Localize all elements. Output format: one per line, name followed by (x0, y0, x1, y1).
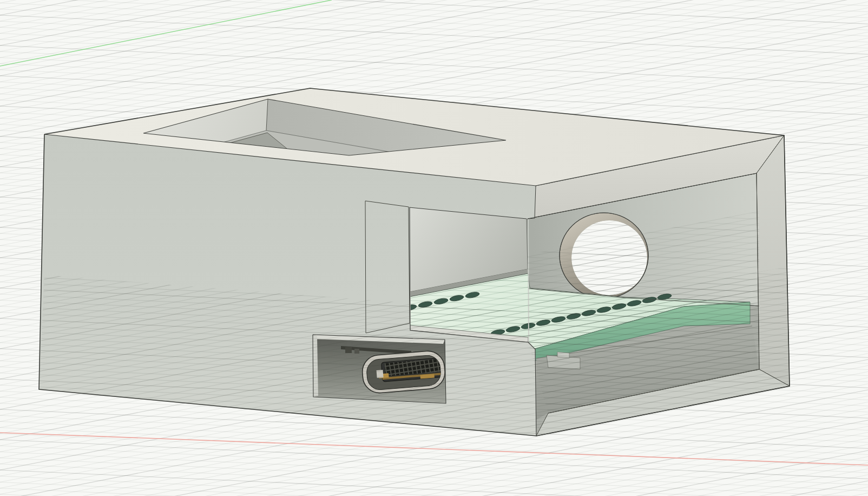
cad-viewport[interactable] (0, 0, 868, 496)
cad-canvas[interactable] (0, 0, 868, 496)
